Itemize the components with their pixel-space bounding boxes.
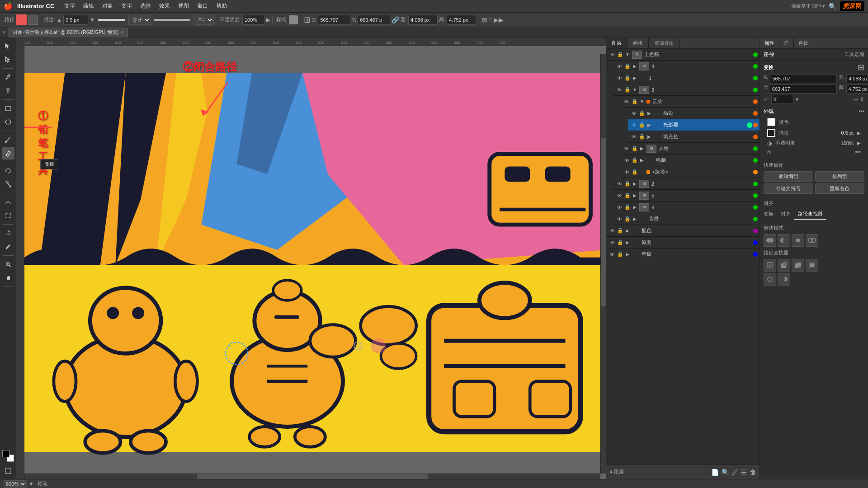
menu-help[interactable]: 帮助 bbox=[212, 1, 231, 11]
direct-select-tool[interactable] bbox=[2, 53, 14, 66]
layers-tab-layers[interactable]: 图层 bbox=[606, 38, 627, 48]
layer-eye[interactable]: 👁 bbox=[608, 250, 616, 258]
layer-item[interactable]: 👁 🔒 ▶ 描边 bbox=[628, 108, 760, 119]
bottom-tab-transform[interactable]: 变换 bbox=[760, 209, 777, 220]
layer-item[interactable]: 👁 🔒 ▼ 🖼 3 bbox=[613, 84, 760, 96]
w-input[interactable] bbox=[408, 15, 438, 25]
layer-lock[interactable]: 🔒 bbox=[631, 168, 639, 176]
arrange-btn[interactable]: 排列组 bbox=[815, 171, 865, 182]
layer-expand[interactable]: ▶ bbox=[632, 203, 638, 211]
layers-tab-artboards[interactable]: 画板 bbox=[627, 38, 649, 48]
menu-btn[interactable]: ☰ bbox=[741, 469, 747, 476]
new-sublayer-btn[interactable]: 🔍 bbox=[722, 469, 729, 476]
scrollbar-thumb-v[interactable] bbox=[601, 138, 606, 306]
fill-color-swatch[interactable] bbox=[767, 118, 775, 126]
layer-lock[interactable]: 🔒 bbox=[623, 74, 632, 82]
layer-item[interactable]: 👁 🔒 ▶ 配色 bbox=[606, 225, 760, 237]
layer-item-selected[interactable]: 👁 🔒 ▶ 光影层 bbox=[628, 119, 760, 131]
pen-tool[interactable] bbox=[2, 71, 14, 84]
menu-object[interactable]: 对象 bbox=[99, 1, 117, 11]
layer-expand[interactable]: ▼ bbox=[624, 51, 631, 59]
h-input[interactable] bbox=[447, 15, 476, 25]
outline-btn[interactable] bbox=[764, 273, 776, 286]
layer-lock[interactable]: 🔒 bbox=[616, 51, 624, 59]
layer-lock[interactable]: 🔒 bbox=[638, 109, 646, 117]
save-symbol-btn[interactable]: 存储为符号 bbox=[764, 183, 813, 194]
layer-expand[interactable]: ▶ bbox=[624, 227, 631, 235]
paintbrush-tool[interactable] bbox=[2, 133, 14, 146]
stroke-color-swatch-r[interactable] bbox=[767, 129, 775, 137]
layer-item[interactable]: 👁 🔒 ▶ 背景 bbox=[613, 213, 760, 225]
layer-eye[interactable]: 👁 bbox=[615, 74, 623, 82]
layer-lock[interactable]: 🔒 bbox=[638, 133, 646, 141]
opacity-input[interactable] bbox=[242, 15, 265, 25]
fill-btn[interactable] bbox=[28, 15, 38, 25]
menu-window[interactable]: 窗口 bbox=[193, 1, 212, 11]
layer-eye[interactable]: 👁 bbox=[615, 86, 623, 94]
recolor-btn[interactable]: 重新着色 bbox=[815, 183, 865, 194]
trim-btn[interactable] bbox=[778, 259, 790, 272]
magic-wand-tool[interactable] bbox=[2, 227, 14, 239]
layer-eye[interactable]: 👁 bbox=[608, 239, 616, 247]
align-icon[interactable]: ≡ bbox=[489, 16, 492, 23]
layer-expand[interactable]: ▶ bbox=[639, 145, 645, 153]
layer-lock[interactable]: 🔒 bbox=[623, 86, 632, 94]
opacity-expand-r[interactable]: ▶ bbox=[857, 141, 861, 145]
layer-item[interactable]: 👁 🔒 ▶ 原图 bbox=[606, 237, 760, 249]
layer-lock[interactable]: 🔒 bbox=[623, 180, 632, 188]
layer-item[interactable]: 👁 🔒 ▶ 草稿 bbox=[606, 249, 760, 260]
layer-expand[interactable]: ▶ bbox=[632, 180, 638, 188]
move-to-layer-btn[interactable]: 🖊 bbox=[732, 469, 738, 476]
layer-item[interactable]: 👁 🔒 ▶ 🖼 6 bbox=[613, 202, 760, 213]
layer-item[interactable]: 👁 🔒 ▼ 云朵 bbox=[621, 96, 760, 108]
layer-eye[interactable]: 👁 bbox=[623, 145, 631, 153]
stroke-color-btn[interactable] bbox=[16, 14, 27, 25]
menu-view[interactable]: 视图 bbox=[175, 1, 193, 11]
layer-expand[interactable]: ▶ bbox=[646, 109, 652, 117]
layer-eye[interactable]: 👁 bbox=[615, 180, 623, 188]
layer-eye[interactable]: 👁 bbox=[630, 109, 638, 117]
link-icon[interactable]: 🔗 bbox=[392, 16, 399, 23]
transform-grid-icon[interactable]: ⊞ bbox=[858, 62, 864, 72]
stroke-expand-r[interactable]: ▶ bbox=[857, 131, 861, 136]
apple-menu[interactable]: 🍎 bbox=[4, 2, 13, 11]
zoom-tool[interactable] bbox=[2, 258, 14, 271]
layer-lock[interactable]: 🔒 bbox=[631, 156, 639, 164]
layer-eye[interactable]: 👁 bbox=[623, 98, 631, 106]
unite-btn[interactable] bbox=[764, 234, 776, 247]
transform-icon[interactable]: ⊠ bbox=[482, 16, 487, 23]
appearance-more[interactable]: ••• bbox=[859, 108, 864, 115]
selection-tool[interactable] bbox=[2, 40, 14, 52]
layer-expand[interactable]: ▼ bbox=[632, 86, 638, 94]
layer-item[interactable]: 👁 🔒 ▼ 🖼 上色稿 bbox=[606, 49, 760, 61]
scale-select[interactable]: 等比 bbox=[128, 15, 151, 25]
free-transform-tool[interactable] bbox=[2, 209, 14, 222]
menu-select[interactable]: 选择 bbox=[137, 1, 155, 11]
layer-eye[interactable]: 👁 bbox=[608, 51, 616, 59]
pencil-tool[interactable] bbox=[2, 147, 14, 160]
fx-more[interactable]: ••• bbox=[855, 149, 861, 155]
right-tool-option[interactable]: 工具选项 bbox=[844, 51, 864, 58]
layer-item[interactable]: 👁 🔒 ▶ 1 bbox=[613, 72, 760, 84]
layer-eye[interactable]: 👁 bbox=[608, 227, 616, 235]
layer-eye[interactable]: 👁 bbox=[615, 215, 623, 223]
eyedropper-tool[interactable] bbox=[2, 240, 14, 253]
layer-expand[interactable]: ▶ bbox=[646, 121, 652, 129]
grid-icon[interactable]: ⊞ bbox=[304, 15, 311, 25]
layer-expand[interactable]: ▶ bbox=[632, 192, 638, 200]
canvas-viewport[interactable]: ①铅笔工具 ②闭合路径 bbox=[24, 46, 606, 479]
layer-eye[interactable]: 👁 bbox=[615, 62, 623, 70]
w-input-r[interactable] bbox=[846, 74, 868, 83]
layer-expand[interactable]: ▶ bbox=[624, 239, 631, 247]
ellipse-tool[interactable] bbox=[2, 116, 14, 128]
layer-item[interactable]: 👁 🔒 ▶ 填充色 bbox=[628, 131, 760, 143]
pathfinder-icon[interactable]: ▶▶ bbox=[494, 16, 504, 23]
type-tool[interactable]: T bbox=[2, 84, 14, 97]
layer-lock[interactable]: 🔒 bbox=[631, 98, 639, 106]
layer-expand[interactable]: ▼ bbox=[639, 98, 645, 106]
x-input[interactable] bbox=[318, 15, 350, 25]
layer-eye[interactable]: 👁 bbox=[623, 168, 631, 176]
layer-lock[interactable]: 🔒 bbox=[623, 192, 632, 200]
x-input-r[interactable] bbox=[770, 74, 837, 83]
scrollbar-horizontal[interactable] bbox=[24, 474, 600, 479]
